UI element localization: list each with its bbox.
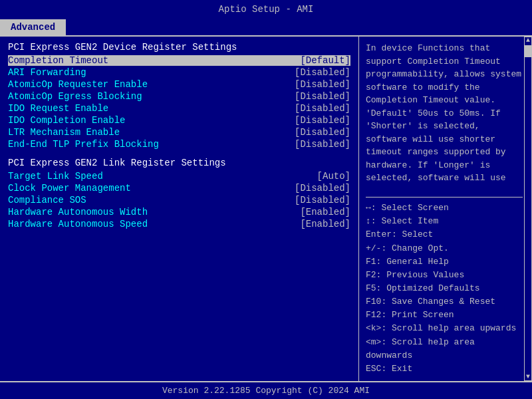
menu-item-target-link-speed[interactable]: Target Link Speed [Auto] [8, 171, 350, 182]
item-label: End-End TLP Prefix Blocking [8, 139, 159, 150]
item-label: IDO Completion Enable [8, 115, 125, 126]
section-gap [8, 151, 350, 158]
app-title: Aptio Setup - AMI [219, 4, 314, 15]
shortcut-item: Enter: Select [366, 228, 523, 241]
menu-item-hw-autonomous-width[interactable]: Hardware Autonomous Width [Enabled] [8, 207, 350, 217]
shortcut-item: F10: Save Changes & Reset [366, 295, 523, 309]
help-divider [366, 197, 523, 198]
item-label: ARI Forwarding [8, 67, 86, 78]
item-value: [Disabled] [295, 195, 350, 205]
item-value: [Disabled] [295, 67, 350, 78]
item-value: [Disabled] [295, 115, 350, 126]
item-value: [Enabled] [300, 219, 350, 229]
item-label: IDO Request Enable [8, 103, 108, 114]
menu-item-hw-autonomous-speed[interactable]: Hardware Autonomous Speed [Enabled] [8, 219, 350, 229]
shortcut-item: <m>: Scroll help area downwards [366, 336, 523, 362]
menu-item-end-end-tlp[interactable]: End-End TLP Prefix Blocking [Disabled] [8, 139, 350, 150]
item-value: [Disabled] [295, 103, 350, 114]
shortcut-item: ESC: Exit [366, 362, 523, 376]
menu-item-ido-completion[interactable]: IDO Completion Enable [Disabled] [8, 115, 350, 126]
help-text: In device Functions that support Complet… [366, 42, 523, 193]
item-label: LTR Mechanism Enable [8, 127, 120, 138]
menu-item-ido-request[interactable]: IDO Request Enable [Disabled] [8, 103, 350, 114]
item-label: Clock Power Management [8, 183, 131, 194]
item-label: Hardware Autonomous Width [8, 207, 148, 217]
menu-item-compliance-sos[interactable]: Compliance SOS [Disabled] [8, 195, 350, 205]
scroll-down-arrow[interactable]: ▼ [526, 374, 530, 380]
left-panel: PCI Express GEN2 Device Register Setting… [0, 37, 359, 381]
shortcut-item: ↕: Select Item [366, 215, 523, 228]
menu-item-completion-timeout[interactable]: Completion Timeout [Default] [8, 55, 350, 66]
item-value: [Default] [300, 55, 350, 66]
shortcut-item: +/-: Change Opt. [366, 242, 523, 255]
item-value: [Enabled] [300, 207, 350, 217]
shortcut-item: <k>: Scroll help area upwards [366, 322, 523, 335]
item-value: [Disabled] [295, 127, 350, 138]
shortcut-item: F2: Previous Values [366, 269, 523, 282]
shortcut-item: F1: General Help [366, 255, 523, 269]
tab-advanced[interactable]: Advanced [0, 19, 66, 35]
item-value: [Auto] [317, 171, 350, 182]
title-bar: Aptio Setup - AMI [0, 0, 532, 19]
item-label: AtomicOp Egress Blocking [8, 91, 142, 102]
status-bar: Version 2.22.1285 Copyright (C) 2024 AMI [0, 381, 532, 399]
section2-header: PCI Express GEN2 Link Register Settings [8, 158, 350, 168]
shortcut-item: F5: Optimized Defaults [366, 282, 523, 295]
item-label: Completion Timeout [8, 55, 108, 66]
item-value: [Disabled] [295, 79, 350, 90]
right-wrapper: In device Functions that support Complet… [359, 37, 532, 381]
main-content: PCI Express GEN2 Device Register Setting… [0, 35, 532, 381]
item-value: [Disabled] [295, 183, 350, 194]
menu-item-clock-power[interactable]: Clock Power Management [Disabled] [8, 183, 350, 194]
item-label: AtomicOp Requester Enable [8, 79, 148, 90]
status-text: Version 2.22.1285 Copyright (C) 2024 AMI [162, 386, 370, 396]
menu-item-atomicop-egress[interactable]: AtomicOp Egress Blocking [Disabled] [8, 91, 350, 102]
menu-item-ari-forwarding[interactable]: ARI Forwarding [Disabled] [8, 67, 350, 78]
scroll-thumb[interactable] [525, 45, 531, 57]
scroll-up-arrow[interactable]: ▲ [526, 37, 530, 44]
nav-bar: Advanced [0, 19, 532, 35]
item-value: [Disabled] [295, 139, 350, 150]
scrollbar[interactable]: ▲ ▼ [524, 37, 532, 381]
item-label: Hardware Autonomous Speed [8, 219, 148, 229]
section1-header: PCI Express GEN2 Device Register Setting… [8, 42, 350, 53]
shortcuts-list: ↔: Select Screen↕: Select ItemEnter: Sel… [366, 201, 523, 376]
item-label: Target Link Speed [8, 171, 103, 182]
shortcut-item: ↔: Select Screen [366, 201, 523, 215]
item-label: Compliance SOS [8, 195, 86, 205]
menu-item-ltr-mechanism[interactable]: LTR Mechanism Enable [Disabled] [8, 127, 350, 138]
item-value: [Disabled] [295, 91, 350, 102]
right-panel: In device Functions that support Complet… [359, 37, 532, 381]
shortcut-item: F12: Print Screen [366, 309, 523, 322]
app: Aptio Setup - AMI Advanced PCI Express G… [0, 0, 532, 399]
menu-item-atomicop-requester[interactable]: AtomicOp Requester Enable [Disabled] [8, 79, 350, 90]
